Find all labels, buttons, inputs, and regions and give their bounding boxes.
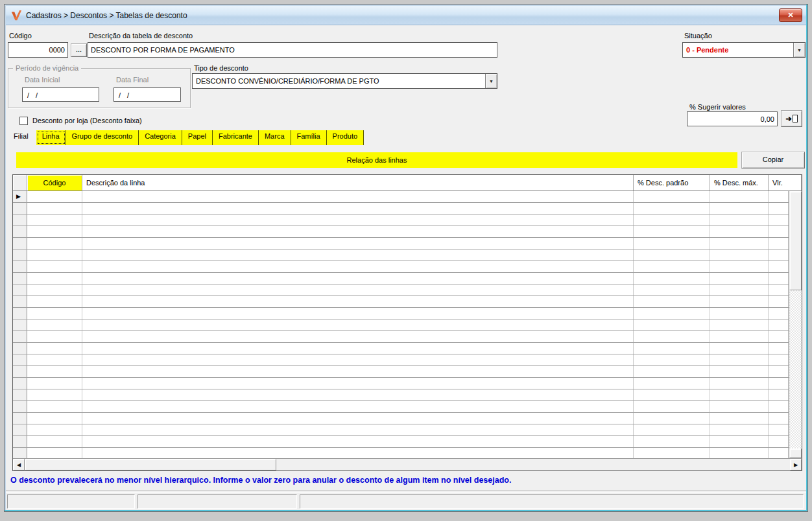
grid-cell[interactable] — [27, 261, 82, 272]
grid-cell[interactable] — [710, 401, 769, 412]
grid-cell[interactable] — [634, 273, 710, 284]
grid-cell[interactable] — [634, 296, 710, 307]
grid-cell[interactable] — [27, 191, 82, 202]
grid-cell[interactable] — [82, 401, 634, 412]
grid-cell[interactable] — [634, 308, 710, 319]
row-indicator-cell[interactable] — [13, 354, 27, 365]
grid-cell[interactable] — [710, 436, 769, 447]
grid-cell[interactable] — [710, 249, 769, 260]
row-indicator-cell[interactable] — [13, 273, 27, 284]
tab-linha[interactable]: Linha — [36, 130, 66, 145]
grid-cell[interactable] — [27, 238, 82, 249]
row-indicator-cell[interactable] — [13, 284, 27, 295]
grid-cell[interactable] — [634, 238, 710, 249]
sugerir-field[interactable]: 0,00 — [687, 111, 778, 126]
grid-cell[interactable] — [710, 226, 769, 237]
grid-cell[interactable] — [769, 296, 789, 307]
grid-cell[interactable] — [82, 203, 634, 214]
grid-cell[interactable] — [769, 284, 789, 295]
codigo-browse-button[interactable]: ... — [71, 43, 87, 57]
horizontal-scrollbar-track[interactable] — [276, 459, 790, 470]
row-indicator-cell[interactable] — [13, 389, 27, 400]
grid-cell[interactable] — [769, 203, 789, 214]
descricao-field[interactable]: DESCONTO POR FORMA DE PAGAMENTO — [88, 42, 497, 58]
grid-cell[interactable] — [710, 424, 769, 435]
grid-cell[interactable] — [769, 401, 789, 412]
grid-cell[interactable] — [82, 378, 634, 389]
grid-cell[interactable] — [634, 191, 710, 202]
grid-cell[interactable] — [634, 226, 710, 237]
grid-cell[interactable] — [82, 366, 634, 377]
row-indicator-cell[interactable] — [13, 319, 27, 330]
grid-cell[interactable] — [82, 413, 634, 424]
row-indicator-cell[interactable] — [13, 226, 27, 237]
grid-cell[interactable] — [634, 354, 710, 365]
grid-cell[interactable] — [634, 319, 710, 330]
data-final-field[interactable]: / / — [113, 87, 181, 102]
scroll-right-button[interactable]: ▶ — [790, 459, 802, 470]
grid-cell[interactable] — [710, 214, 769, 226]
grid-cell[interactable] — [82, 343, 634, 354]
row-indicator-cell[interactable] — [13, 413, 27, 424]
tab-papel[interactable]: Papel — [182, 130, 213, 145]
grid-cell[interactable] — [82, 389, 634, 400]
grid-cell[interactable] — [710, 366, 769, 377]
grid-cell[interactable] — [82, 308, 634, 319]
grid-cell[interactable] — [27, 343, 82, 354]
grid-header-desc-padrao[interactable]: % Desc. padrão — [634, 175, 710, 191]
grid-cell[interactable] — [710, 203, 769, 214]
grid-cell[interactable] — [27, 214, 82, 226]
grid-cell[interactable] — [769, 436, 789, 447]
grid-cell[interactable] — [634, 448, 710, 458]
row-indicator-cell[interactable] — [13, 203, 27, 214]
row-indicator-cell[interactable] — [13, 214, 27, 226]
grid-cell[interactable] — [634, 261, 710, 272]
grid-cell[interactable] — [82, 448, 634, 458]
grid-cell[interactable] — [710, 261, 769, 272]
codigo-field[interactable]: 0000 — [8, 42, 68, 58]
grid-cell[interactable] — [634, 378, 710, 389]
apply-suggested-values-button[interactable]: ➔ — [781, 110, 802, 127]
tab-familia[interactable]: Família — [291, 130, 327, 145]
grid-cell[interactable] — [710, 319, 769, 330]
grid-cell[interactable] — [82, 424, 634, 435]
grid-cell[interactable] — [27, 249, 82, 260]
grid-cell[interactable] — [769, 448, 789, 458]
tipo-desconto-combobox[interactable]: DESCONTO CONVÊNIO/CREDIÁRIO/FORMA DE PGT… — [192, 73, 497, 89]
tab-filial[interactable]: Filial — [8, 130, 34, 145]
grid-cell[interactable] — [634, 389, 710, 400]
grid-cell[interactable] — [769, 249, 789, 260]
grid-cell[interactable] — [27, 401, 82, 412]
grid-cell[interactable] — [27, 448, 82, 458]
row-indicator-cell[interactable] — [13, 448, 27, 458]
grid-cell[interactable] — [27, 436, 82, 447]
row-indicator-cell[interactable] — [13, 296, 27, 307]
grid-cell[interactable] — [27, 273, 82, 284]
grid-cell[interactable] — [82, 238, 634, 249]
grid-cell[interactable] — [710, 389, 769, 400]
scroll-down-button[interactable] — [789, 448, 802, 458]
grid-cell[interactable] — [634, 424, 710, 435]
desconto-por-loja-checkbox[interactable] — [19, 117, 28, 125]
grid-cell[interactable] — [27, 378, 82, 389]
grid-cell[interactable] — [769, 319, 789, 330]
grid-cell[interactable] — [27, 308, 82, 319]
grid-cell[interactable] — [769, 261, 789, 272]
grid-cell[interactable] — [710, 273, 769, 284]
grid-cell[interactable] — [27, 354, 82, 365]
close-button[interactable]: ✕ — [779, 8, 802, 22]
grid-cell[interactable] — [710, 296, 769, 307]
grid-cell[interactable] — [769, 354, 789, 365]
tab-categoria[interactable]: Categoria — [139, 130, 182, 145]
grid-cell[interactable] — [634, 214, 710, 226]
grid-cell[interactable] — [769, 413, 789, 424]
vertical-scrollbar-thumb[interactable] — [789, 191, 802, 290]
grid-cell[interactable] — [27, 331, 82, 342]
grid-cell[interactable] — [27, 203, 82, 214]
grid-cell[interactable] — [27, 296, 82, 307]
grid-cell[interactable] — [82, 226, 634, 237]
tab-grupo-de-desconto[interactable]: Grupo de desconto — [66, 130, 139, 145]
grid-cell[interactable] — [769, 424, 789, 435]
situacao-dropdown-button[interactable]: ▼ — [793, 43, 805, 57]
tab-marca[interactable]: Marca — [259, 130, 291, 145]
